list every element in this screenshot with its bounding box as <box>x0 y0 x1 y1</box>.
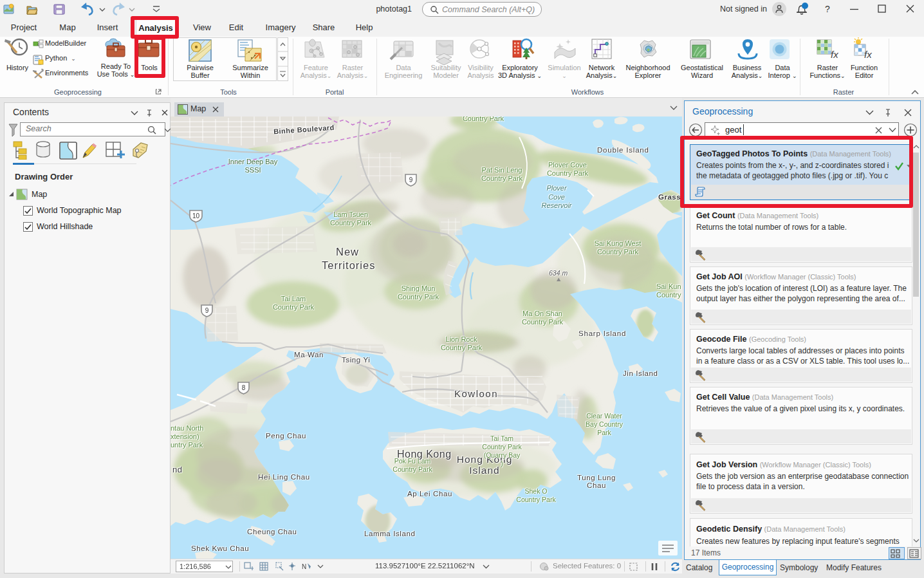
svg-text:fx: fx <box>831 49 838 60</box>
svg-text:9: 9 <box>409 176 413 183</box>
svg-text:?: ? <box>825 4 830 14</box>
svg-text:N: N <box>302 563 306 570</box>
svg-text:10: 10 <box>192 212 200 219</box>
svg-text:9: 9 <box>205 307 209 314</box>
svg-text:fx: fx <box>864 49 872 60</box>
svg-text:8: 8 <box>242 384 246 391</box>
